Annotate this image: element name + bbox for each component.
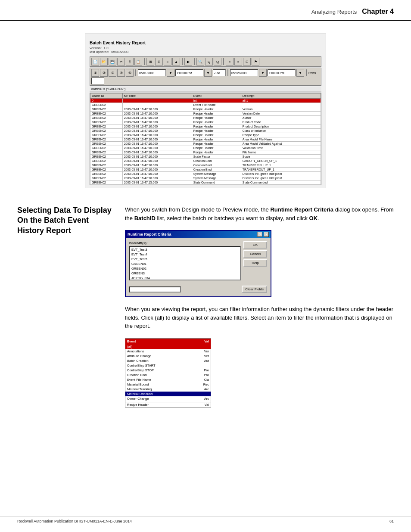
- table-row[interactable]: GREEN022003-05-01 16:47:10.000Recipe Hea…: [90, 146, 321, 150]
- toolbar-btn-cal2[interactable]: ▼: [259, 69, 267, 77]
- toolbar-btn-page[interactable]: ⊡: [243, 58, 251, 65]
- dialog-titlebar: Runtime Report Criteria ? ×: [126, 231, 271, 238]
- footer-right: 61: [389, 519, 394, 523]
- filter-dropdown-item[interactable]: Event File NameCla: [125, 377, 211, 382]
- table-row[interactable]: GREEN022003-05-01 16:47:10.000Recipe Hea…: [90, 116, 321, 120]
- help-button[interactable]: Help: [243, 259, 267, 267]
- filter-dropdown-item[interactable]: ControlStep STOPPro: [125, 368, 211, 373]
- listbox-item[interactable]: EVT_Test5: [131, 257, 240, 261]
- table-row[interactable]: GREEN022003-05-01 16:47:10.000Recipe Hea…: [90, 124, 321, 129]
- toolbar-btn-grid[interactable]: ⊞: [146, 58, 154, 65]
- filter-dropdown-item[interactable]: Material Unbound: [125, 392, 211, 396]
- cancel-button[interactable]: Cancel: [243, 250, 267, 258]
- table-row[interactable]: GREEN022003-05-01 16:47:10.000Recipe Hea…: [90, 133, 321, 137]
- two-column-section: Selecting Data To Display On the Batch E…: [17, 205, 394, 415]
- toolbar-sep-5: [135, 69, 136, 76]
- rows-input[interactable]: [91, 78, 104, 84]
- toolbar-btn-paste[interactable]: 📋: [134, 58, 142, 65]
- table-row[interactable]: GREEN022003-05-01 16:47:10.000Recipe Hea…: [90, 107, 321, 112]
- filter-dropdown: Event Val (all)AnnotationsVerAttribute C…: [125, 338, 211, 408]
- filter-dropdown-item[interactable]: Attribute ChangeVer: [125, 354, 211, 358]
- toolbar-btn-copy[interactable]: ⎘: [126, 58, 134, 65]
- table-row[interactable]: GREEN022003-05-01 16:47:10.000Recipe Hea…: [90, 120, 321, 124]
- paragraph-1: When you switch from Design mode to Prev…: [125, 205, 394, 222]
- batch-id-listbox[interactable]: EVT_Test3EVT_Test4EVT_Test5GREEN01GREEN0…: [129, 246, 241, 280]
- toolbar-btn-search[interactable]: 🔍: [196, 58, 204, 65]
- last-updated-line: last updated: 05/31/2003: [90, 50, 321, 54]
- toolbar-btn-r5[interactable]: ⑤: [126, 69, 134, 77]
- dialog-titlebar-buttons: ? ×: [257, 232, 269, 237]
- table-row[interactable]: GREEN022003-05-01 16:47:10.000Recipe Hea…: [90, 112, 321, 116]
- dialog-close-icon[interactable]: ×: [264, 232, 269, 237]
- toolbar-btn-align[interactable]: ≡: [164, 58, 171, 65]
- date-to-input[interactable]: [230, 69, 258, 76]
- listbox-item[interactable]: GREEN02: [131, 266, 240, 271]
- toolbar-row-2: ① ② ③ ④ ⑤ ▼ ▼ ▼ ▼ Rows: [90, 68, 321, 86]
- toolbar-btn-r2[interactable]: ②: [100, 69, 108, 77]
- toolbar-btn-grid2[interactable]: ⊟: [155, 58, 163, 65]
- toolbar-btn-new[interactable]: 📄: [91, 58, 99, 65]
- toolbar-btn-r4[interactable]: ④: [117, 69, 125, 77]
- dialog-help-icon[interactable]: ?: [257, 232, 262, 237]
- page-content: Batch Event History Report version: 1.0 …: [0, 21, 411, 445]
- table-row[interactable]: GREEN022003-05-01 16:47:10.000System Mes…: [90, 176, 321, 180]
- toolbar-btn-cut[interactable]: ✂: [117, 58, 125, 65]
- toolbar-btn-fwd[interactable]: »: [234, 58, 242, 65]
- table-row[interactable]: GREEN022003-05-01 16:47:10.000Creation B…: [90, 159, 321, 163]
- filter-dropdown-item[interactable]: Material TrackingArc: [125, 387, 211, 392]
- table-row[interactable]: GREEN022003-05-01 16:47:10.000Creation B…: [90, 163, 321, 168]
- toolbar-btn-save[interactable]: 💾: [109, 58, 116, 65]
- toolbar-btn-zoom-out[interactable]: Q: [214, 58, 221, 65]
- toolbar-btn-r3[interactable]: ③: [109, 69, 116, 77]
- toolbar-btn-zoom-in[interactable]: Q: [205, 58, 213, 65]
- filter-dropdown-item[interactable]: Material BoundRec: [125, 382, 211, 387]
- clear-fields-button[interactable]: Clear Fields: [242, 286, 267, 293]
- ok-button[interactable]: OK: [243, 241, 267, 249]
- listbox-item[interactable]: EVT_Test3: [131, 247, 240, 252]
- filter-dropdown-item[interactable]: Batch CreationAut: [125, 358, 211, 363]
- table-row[interactable]: GREEN022003-05-01 16:47:10.000Recipe Hea…: [90, 150, 321, 155]
- table-row[interactable]: GREEN022003-05-01 16:47:15.000State Comm…: [90, 180, 321, 185]
- toolbar-btn-flag[interactable]: ⚑: [252, 58, 259, 65]
- listbox-item[interactable]: GREEN3: [131, 271, 240, 276]
- time-to-input[interactable]: [268, 69, 296, 76]
- edit-filters-input[interactable]: [129, 286, 181, 292]
- listbox-item[interactable]: EVT_Test4: [131, 252, 240, 257]
- table-row[interactable]: GREEN022003-05-01 16:47:10.000System Mes…: [90, 172, 321, 176]
- filter-dropdown-item[interactable]: (all): [125, 344, 211, 349]
- table-row[interactable]: 0Int.all 1: [90, 99, 321, 103]
- toolbar-btn-play[interactable]: ▶: [184, 58, 192, 65]
- dialog-right: OK Cancel Help: [243, 241, 267, 280]
- table-row[interactable]: GREEN022003-05-01 16:47:10.000Recipe Hea…: [90, 129, 321, 133]
- toolbar-btn-cal1[interactable]: ▼: [167, 69, 174, 77]
- filter-dropdown-item[interactable]: ControlStep START: [125, 363, 211, 368]
- toolbar-btn-back[interactable]: «: [226, 58, 234, 65]
- table-row[interactable]: GREEN022003-05-01 16:47:10.000Recipe Hea…: [90, 142, 321, 146]
- paragraph-2: When you are viewing the report, you can…: [125, 305, 394, 330]
- toolbar-btn-time2[interactable]: ▼: [296, 69, 304, 77]
- date-from-input[interactable]: [138, 69, 166, 76]
- col-mftime: MFTime: [122, 93, 192, 99]
- table-row[interactable]: GREEN022003-05-01 16:47:10.000Recipe Hea…: [90, 137, 321, 142]
- duration-input[interactable]: [213, 69, 226, 76]
- table-row[interactable]: GREEN02Event File Name: [90, 103, 321, 107]
- listbox-item[interactable]: JOYOG_034: [131, 276, 240, 280]
- filter-recipe-val: Val: [205, 403, 209, 407]
- col-batch-id: Batch ID: [90, 93, 123, 99]
- table-row[interactable]: GREEN022003-05-01 16:47:10.000Creation B…: [90, 168, 321, 172]
- filter-dropdown-item[interactable]: Owner ChangeArc: [125, 396, 211, 401]
- toolbar-btn-r1[interactable]: ①: [91, 69, 99, 77]
- filter-dropdown-item[interactable]: Creation BindPro: [125, 373, 211, 377]
- filter-items-container: (all)AnnotationsVerAttribute ChangeVerBa…: [125, 344, 211, 401]
- filter-dropdown-item[interactable]: AnnotationsVer: [125, 349, 211, 354]
- page-footer: Rockwell Automation Publication BHIST-UM…: [0, 516, 411, 523]
- table-header-row: Batch ID MFTime Event Descript: [90, 93, 321, 99]
- listbox-item[interactable]: GREEN01: [131, 261, 240, 266]
- time-from-input[interactable]: [175, 69, 203, 76]
- toolbar-btn-time1[interactable]: ▼: [204, 69, 212, 77]
- toolbar-btn-open[interactable]: 📂: [100, 58, 108, 65]
- filter-recipe-header[interactable]: Recipe Header Val: [125, 402, 211, 407]
- table-row[interactable]: GREEN022003-05-01 16:47:10.000Scale Fact…: [90, 155, 321, 159]
- section-title: Analyzing Reports: [311, 9, 357, 15]
- toolbar-btn-sort[interactable]: ▲: [172, 58, 180, 65]
